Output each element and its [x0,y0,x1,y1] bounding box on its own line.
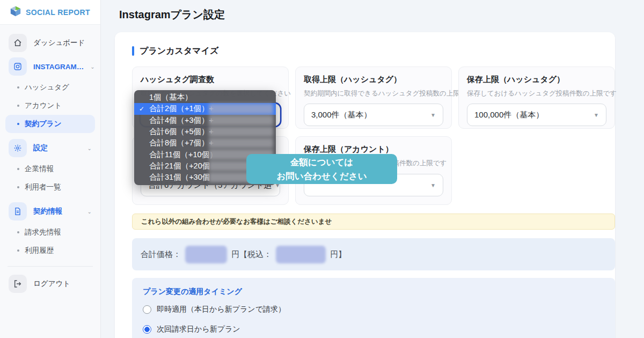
radio-unchecked-icon[interactable] [143,305,151,314]
empty-grid-cell [458,136,615,205]
bullet-icon [17,231,19,233]
dropdown-option[interactable]: ✓ 1個（基本） [134,92,276,103]
document-icon [9,202,27,221]
price-inquiry-tooltip: 金額については お問い合わせください [246,154,397,184]
sidebar-item-dashboard[interactable]: ダッシュボード [5,31,95,55]
blurred-option-price [209,138,273,148]
save-limit-hashtag-select[interactable]: 100,000件（基本） ▼ [467,104,606,126]
checkmark-icon: ✓ [139,105,144,113]
timing-option-next-billing[interactable]: 次回請求日から新プラン [143,325,604,334]
card-description: 契約期間内に取得できるハッシュタグ投稿数の上限です [304,89,443,98]
sidebar-item-label: INSTAGRAM… [33,63,84,71]
card-title: 保存上限（ハッシュタグ） [467,75,606,85]
instagram-icon [9,57,27,76]
sidebar-item-label: 契約情報 [33,207,62,216]
logo[interactable]: SOCIAL REPORT [0,0,100,25]
home-icon [9,34,27,52]
card-title: 取得上限（ハッシュタグ） [304,75,443,85]
sidebar-item-user-list[interactable]: 利用者一覧 [5,178,95,196]
logout-icon [9,275,27,293]
notice-banner: これら以外の組み合わせが必要なお客様はご相談くださいませ [132,214,615,230]
option-label: 合計11個（+10個） [149,150,217,160]
option-label: 合計6個（+5個）+ [149,127,214,137]
total-price-row: 合計価格： 円【税込： 円】 [132,238,615,270]
panel-title: プランカスタマイズ [140,46,218,57]
price-mid-label: 円【税込： [231,249,272,260]
plan-customize-panel: プランカスタマイズ ハッシュタグ調査数 取得したいハッシュタグの数を選択してくだ… [115,32,615,338]
bullet-icon [17,186,19,188]
dropdown-option[interactable]: ✓ 合計6個（+5個）+ [134,126,276,137]
dropdown-option-selected[interactable]: ✓ 合計2個（+1個）+ [134,103,276,114]
bullet-icon [17,86,19,89]
bullet-icon [17,123,19,125]
page-title: Instagramプラン設定 [119,8,225,22]
sidebar-item-logout[interactable]: ログアウト [5,272,95,296]
radio-label: 即時適用（本日から新プランで請求） [157,305,286,314]
sidebar-item-label: 設定 [33,143,48,153]
radio-label: 次回請求日から新プラン [157,325,240,334]
select-value: 100,000件（基本） [474,110,544,120]
timing-option-immediate[interactable]: 即時適用（本日から新プランで請求） [143,305,604,314]
accent-bar [132,46,134,56]
sidebar-item-label: 利用履歴 [25,246,54,255]
bullet-icon [17,168,19,170]
select-value: 3,000件（基本） [311,110,372,120]
sidebar-item-company-info[interactable]: 企業情報 [5,160,95,178]
sidebar-item-contract-plan[interactable]: 契約プラン [5,115,95,133]
bullet-icon [17,105,19,107]
timing-title: プラン変更の適用タイミング [143,287,604,297]
tooltip-line2: お問い合わせください [276,169,367,183]
card-title: 保存上限（アカウント） [304,144,443,155]
fetch-limit-select[interactable]: 3,000件（基本） ▼ [304,104,443,126]
sidebar-item-settings[interactable]: 設定 ⌄ [5,136,95,160]
notice-text: これら以外の組み合わせが必要なお客様はご相談くださいませ [141,217,332,226]
sidebar-item-billing-info[interactable]: 請求先情報 [5,223,95,241]
chevron-down-icon: ⌄ [87,145,92,151]
sidebar: SOCIAL REPORT ダッシュボード INSTAGRAM… ⌄ ハッシュタ… [0,0,101,338]
sidebar-item-label: 請求先情報 [25,227,61,237]
chevron-down-icon: ⌄ [87,209,92,215]
sidebar-item-label: 利用者一覧 [25,182,61,192]
sidebar-item-label: アカウント [25,101,62,111]
blurred-tax-price-value [276,246,326,263]
sidebar-item-hashtag[interactable]: ハッシュタグ [5,78,95,97]
card-save-limit-hashtag: 保存上限（ハッシュタグ） 保存しておけるハッシュタグ投稿件数の上限です 100,… [458,67,615,129]
blurred-option-price [209,115,273,126]
panel-header: プランカスタマイズ [132,46,615,56]
card-title: ハッシュタグ調査数 [141,75,280,85]
sidebar-divider [8,266,93,267]
blurred-option-price [209,127,273,137]
blurred-option-price [209,104,273,114]
brand-name: SOCIAL REPORT [26,8,90,17]
sidebar-item-label: ログアウト [33,279,70,289]
price-end-label: 円】 [330,249,346,260]
blurred-price-value [185,246,227,263]
sidebar-item-label: ダッシュボード [33,38,85,48]
plan-change-timing-panel: プラン変更の適用タイミング 即時適用（本日から新プランで請求） 次回請求日から新… [132,278,615,338]
option-label: 合計31個（+30個 [149,172,210,182]
option-label: 合計2個（+1個）+ [149,104,214,114]
brand-cube-icon [10,5,21,19]
option-label: 合計21個（+20個 [149,161,210,171]
option-label: 合計4個（+3個）+ [149,115,214,126]
chevron-down-icon: ⌄ [90,64,94,70]
select-arrow-icon: ▼ [430,182,436,188]
sidebar-item-contract-info[interactable]: 契約情報 ⌄ [5,200,95,223]
tooltip-line1: 金額については [290,155,353,169]
sidebar-item-label: ハッシュタグ [25,83,69,92]
gear-icon [9,139,27,157]
radio-checked-icon[interactable] [143,325,151,334]
dropdown-option[interactable]: ✓ 合計8個（+7個）+ [134,137,276,149]
sidebar-item-usage-history[interactable]: 利用履歴 [5,241,95,260]
sidebar-item-account[interactable]: アカウント [5,97,95,115]
option-label: 1個（基本） [149,92,193,102]
bullet-icon [17,249,19,252]
sidebar-item-instagram[interactable]: INSTAGRAM… ⌄ [5,55,95,78]
select-arrow-icon: ▼ [430,112,436,118]
sidebar-item-label: 企業情報 [25,164,54,174]
option-label: 合計8個（+7個）+ [149,138,214,148]
price-label: 合計価格： [141,249,181,260]
card-description: 保存しておけるハッシュタグ投稿件数の上限です [467,89,606,98]
select-arrow-icon: ▼ [594,112,599,118]
dropdown-option[interactable]: ✓ 合計4個（+3個）+ [134,115,276,126]
